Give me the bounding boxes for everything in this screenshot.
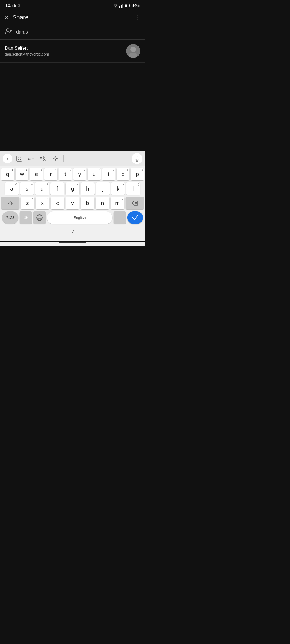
avatar [126,44,140,58]
svg-point-25 [38,215,41,221]
key-i[interactable]: 8i [102,168,115,180]
key-h[interactable]: -h [81,182,95,195]
keyboard-back-button[interactable]: ‹ [3,154,12,163]
svg-text:G: G [40,156,42,160]
share-title: Share [13,14,28,21]
navigation-handle [59,242,86,243]
key-n[interactable]: !n [96,197,109,209]
key-l[interactable]: )l [126,182,140,195]
key-y[interactable]: 6y [73,168,86,180]
key-m[interactable]: ?m [111,197,124,209]
avatar-image [126,44,140,58]
key-a[interactable]: @a [5,182,19,195]
shift-button[interactable] [1,197,19,209]
svg-point-15 [20,158,21,158]
svg-rect-5 [130,5,130,6]
key-s[interactable]: #s [20,182,34,195]
keyboard-row-3: *z "x 'c :v ;b !n ?m [1,197,144,209]
svg-point-14 [18,158,19,158]
done-button[interactable] [127,211,143,224]
svg-point-7 [6,29,9,31]
key-z[interactable]: *z [21,197,34,209]
contact-result-row[interactable]: Dan Seifert dan.seifert@theverge.com [0,40,145,63]
contact-name: Dan Seifert [5,46,49,51]
key-j[interactable]: +j [96,182,110,195]
keyboard-toolbar: ‹ GIF G ··· [0,151,145,166]
backspace-button[interactable] [126,197,144,209]
svg-point-24 [37,215,42,221]
recording-icon: ⦾ [18,3,20,8]
key-u[interactable]: 7u [88,168,101,180]
top-bar: × Share ⋮ [0,10,145,25]
collapse-chevron: ∨ [71,228,74,234]
period-key[interactable]: . [114,211,126,224]
key-t[interactable]: 5t [59,168,72,180]
svg-marker-1 [119,6,120,8]
keyboard-row-2: @a #s $d f &g -h +j (k )l [1,182,144,195]
svg-marker-21 [8,201,12,205]
keyboard-bottom-row: ?123 ☺ English . [1,211,144,224]
contact-info: Dan Seifert dan.seifert@theverge.com [5,46,49,56]
space-bar[interactable]: English [47,211,112,224]
svg-point-17 [55,158,56,160]
globe-button[interactable] [33,211,46,224]
sticker-button[interactable] [13,153,25,164]
key-g[interactable]: &g [66,182,79,195]
svg-rect-6 [125,5,127,7]
signal-icon [119,4,123,8]
svg-point-11 [130,47,136,52]
key-e[interactable]: 3e [30,168,43,180]
search-input[interactable]: dan.s [16,29,140,35]
wifi-icon [113,4,118,8]
key-w[interactable]: 2w [16,168,29,180]
key-d[interactable]: $d [35,182,49,195]
translate-button[interactable]: G [37,153,49,164]
status-time: 10:25 ⦾ [5,3,20,8]
key-c[interactable]: 'c [51,197,64,209]
close-button[interactable]: × [5,14,8,21]
top-bar-left: × Share [5,14,28,21]
status-icons: 46% [113,3,140,8]
svg-marker-3 [122,4,123,8]
search-row: dan.s [0,25,145,40]
toolbar-separator [63,155,64,162]
toolbar-more-button[interactable]: ··· [66,153,77,164]
key-v[interactable]: :v [66,197,79,209]
status-bar: 10:25 ⦾ 46% [0,0,145,10]
svg-marker-2 [121,5,122,8]
emoji-button[interactable]: ☺ [20,211,32,224]
keyboard-bottom-indicator: ∨ [0,226,145,236]
empty-content-area [0,63,145,151]
keyboard-settings-button[interactable] [50,153,61,164]
keyboard-row-1: 1q 2w 3e 4r 5t 6y 7u 8i 9o 0p [1,168,144,180]
numbers-switch-button[interactable]: ?123 [2,211,18,224]
key-o[interactable]: 9o [117,168,130,180]
key-p[interactable]: 0p [131,168,144,180]
emoji-icon: ☺ [23,214,29,221]
key-k[interactable]: (k [111,182,125,195]
gif-button[interactable]: GIF [26,156,35,162]
contact-email: dan.seifert@theverge.com [5,52,49,56]
keyboard: ‹ GIF G ··· [0,151,145,241]
key-b[interactable]: ;b [81,197,94,209]
key-x[interactable]: "x [36,197,49,209]
more-options-button[interactable]: ⋮ [134,14,140,21]
key-r[interactable]: 4r [44,168,57,180]
battery-percent: 46% [132,3,140,8]
time-display: 10:25 [5,3,16,8]
key-q[interactable]: 1q [1,168,14,180]
keyboard-rows: 1q 2w 3e 4r 5t 6y 7u 8i 9o 0p @a #s $d f… [0,166,145,224]
svg-point-0 [115,7,115,8]
add-person-icon [5,27,12,37]
svg-rect-13 [17,156,22,161]
battery-icon [125,4,130,7]
microphone-button[interactable] [132,153,142,164]
svg-rect-18 [136,156,138,159]
key-f[interactable]: f [50,182,64,195]
